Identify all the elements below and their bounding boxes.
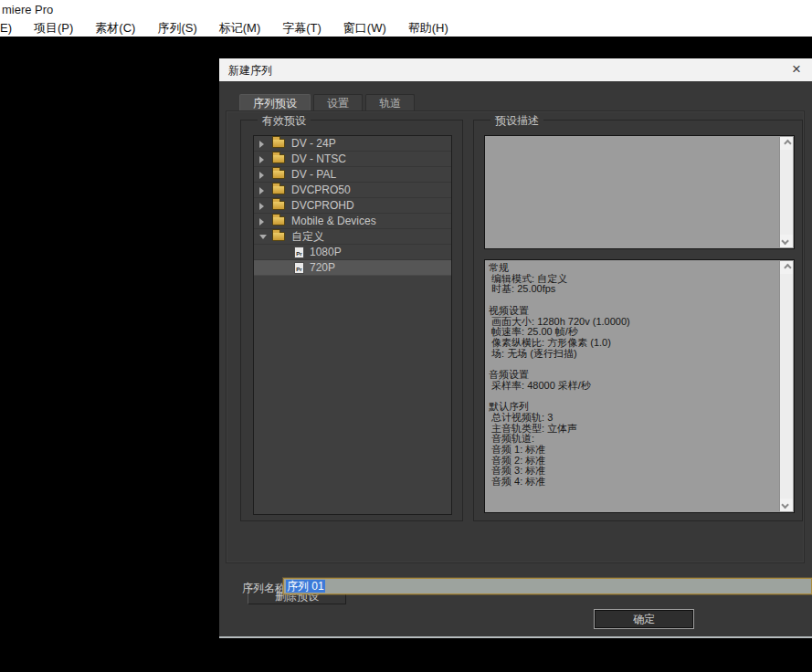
preset-summary-box <box>484 135 795 249</box>
tree-item-1080p[interactable]: Pr 1080P <box>254 245 451 260</box>
summary-scrollbar[interactable] <box>779 137 793 247</box>
expand-arrow-icon[interactable] <box>259 166 269 183</box>
collapse-arrow-icon[interactable] <box>259 228 269 245</box>
menu-item-help[interactable]: 帮助(H) <box>397 20 459 37</box>
folder-icon <box>272 154 285 163</box>
scrollbar-down-icon[interactable] <box>780 499 793 511</box>
preset-summary-text <box>489 139 775 247</box>
preset-description-group: 预设描述 常规 编辑模式: 自定义 时基: 25.00fps 视频设置 画面大小… <box>473 120 803 521</box>
menu-item-marker[interactable]: 标记(M) <box>208 20 272 37</box>
menu-item-sequence[interactable]: 序列(S) <box>146 20 207 37</box>
menu-item-window[interactable]: 窗口(W) <box>332 20 397 37</box>
preset-details-box: 常规 编辑模式: 自定义 时基: 25.00fps 视频设置 画面大小: 128… <box>484 259 795 513</box>
available-presets-label: 有效预设 <box>258 113 311 129</box>
folder-icon <box>272 216 285 226</box>
tree-item-dvcpro50[interactable]: DVCPRO50 <box>254 183 451 198</box>
tab-sequence-presets[interactable]: 序列预设 <box>239 94 311 111</box>
folder-icon <box>272 185 285 194</box>
expand-arrow-icon[interactable] <box>259 182 269 198</box>
dialog-title: 新建序列 <box>228 63 272 79</box>
tab-tracks[interactable]: 轨道 <box>365 94 415 111</box>
details-scrollbar[interactable] <box>779 261 793 511</box>
preset-file-icon: Pr <box>294 262 304 274</box>
menu-item-edit-partial[interactable]: E) <box>0 21 23 35</box>
app-menubar: miere Pro E) 项目(P) 素材(C) 序列(S) 标记(M) 字幕(… <box>0 0 812 37</box>
menu-item-project[interactable]: 项目(P) <box>23 20 84 37</box>
tree-item-720p[interactable]: Pr 720P <box>254 260 451 276</box>
close-icon[interactable]: × <box>786 60 807 79</box>
preset-file-icon: Pr <box>294 247 304 258</box>
dialog-tabs: 序列预设 设置 轨道 <box>239 94 417 111</box>
expand-arrow-icon[interactable] <box>259 135 269 152</box>
tree-item-dvcprohd[interactable]: DVCPROHD <box>254 198 451 214</box>
preset-tree: DV - 24P DV - NTSC DV - PAL DVCPRO50 <box>253 135 452 515</box>
expand-arrow-icon[interactable] <box>259 197 269 214</box>
tree-item-dv-ntsc[interactable]: DV - NTSC <box>254 152 451 167</box>
scrollbar-down-icon[interactable] <box>780 235 793 247</box>
available-presets-group: 有效预设 DV - 24P DV - NTSC DV - PAL <box>240 120 463 521</box>
tree-item-mobile-devices[interactable]: Mobile & Devices <box>254 214 451 229</box>
preset-description-label: 预设描述 <box>490 113 543 129</box>
expand-arrow-icon[interactable] <box>259 151 269 167</box>
menu-row: E) 项目(P) 素材(C) 序列(S) 标记(M) 字幕(T) 窗口(W) 帮… <box>0 19 459 37</box>
menu-item-clip[interactable]: 素材(C) <box>84 20 146 37</box>
folder-icon <box>272 170 285 179</box>
ok-button[interactable]: 确定 <box>594 609 694 629</box>
sequence-name-label: 序列名称: <box>242 581 289 596</box>
menu-item-title[interactable]: 字幕(T) <box>271 20 332 37</box>
window-title: miere Pro <box>2 3 53 16</box>
tree-item-dv-24p[interactable]: DV - 24P <box>254 136 451 152</box>
tree-item-dv-pal[interactable]: DV - PAL <box>254 167 451 183</box>
tab-settings[interactable]: 设置 <box>313 94 363 111</box>
expand-arrow-icon[interactable] <box>259 213 269 229</box>
folder-icon <box>272 139 285 148</box>
preset-details-text: 常规 编辑模式: 自定义 时基: 25.00fps 视频设置 画面大小: 128… <box>489 263 775 510</box>
tab-content-frame: 有效预设 DV - 24P DV - NTSC DV - PAL <box>226 110 805 563</box>
sequence-name-input[interactable]: 序列 01 <box>283 578 812 594</box>
folder-icon <box>272 232 285 241</box>
dialog-titlebar: 新建序列 × <box>219 58 812 81</box>
new-sequence-dialog: 新建序列 × 序列预设 设置 轨道 有效预设 DV - 24P DV - NTS… <box>219 58 812 638</box>
sequence-name-selected-text: 序列 01 <box>286 580 325 593</box>
scrollbar-up-icon[interactable] <box>780 137 793 150</box>
scrollbar-up-icon[interactable] <box>780 261 793 274</box>
tree-item-custom[interactable]: 自定义 <box>254 229 451 245</box>
folder-icon <box>272 201 285 210</box>
